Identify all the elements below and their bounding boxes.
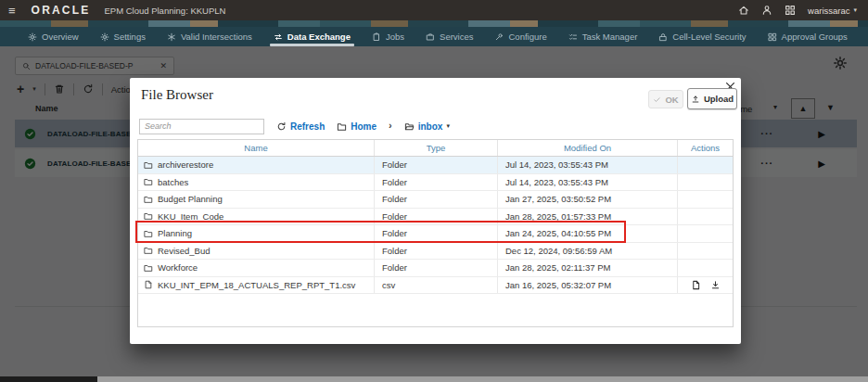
gear-icon (100, 32, 109, 42)
breadcrumb-home[interactable]: Home (337, 121, 377, 132)
column-header-name[interactable]: Name (138, 140, 375, 156)
file-type-cell: Folder (375, 243, 498, 260)
file-actions-cell (678, 157, 733, 173)
nav-tab-jobs[interactable]: Jobs (368, 27, 408, 46)
column-header-type[interactable]: Type (375, 140, 498, 156)
nav-tab-label: Configure (508, 32, 546, 42)
file-row[interactable]: PlanningFolderJan 24, 2025, 04:10:55 PM (138, 225, 733, 243)
file-actions-cell (678, 243, 733, 260)
folder-icon (144, 160, 153, 170)
file-icon (691, 280, 701, 290)
file-actions-cell (678, 209, 733, 225)
nav-tab-configure[interactable]: Configure (491, 27, 550, 46)
upload-button[interactable]: Upload (687, 88, 737, 109)
folder-icon (144, 211, 153, 221)
dialog-title: File Browser (141, 87, 213, 103)
download-icon (710, 280, 721, 290)
refresh-icon (276, 121, 287, 132)
file-name: KKU_INT_EPM_18_ACTUALS_REP_RPT_T1.csv (158, 280, 355, 290)
file-actions-cell (678, 277, 733, 294)
nav-tab-data-exchange[interactable]: Data Exchange (270, 27, 354, 46)
file-browser-dialog: File Browser OK Upload Refresh Home › in… (130, 78, 741, 344)
folder-open-icon (404, 121, 415, 132)
file-table: Name Type Modified On Actions archiveres… (137, 139, 734, 327)
nav-tab-label: Settings (114, 32, 146, 42)
nav-tab-label: Cell-Level Security (672, 32, 746, 42)
box-icon (426, 32, 435, 42)
chevron-right-icon: › (389, 120, 392, 131)
file-name-cell: Budget Planning (138, 191, 375, 208)
nav-tab-task-manager[interactable]: Task Manager (565, 27, 642, 46)
nav-tab-approval-groups[interactable]: Approval Groups (764, 27, 851, 46)
nav-tab-settings[interactable]: Settings (96, 27, 149, 46)
file-row[interactable]: archiverestoreFolderJul 14, 2023, 03:55:… (138, 157, 733, 174)
refresh-label: Refresh (290, 121, 325, 132)
gear-icon (28, 32, 37, 42)
file-actions-cell (678, 225, 733, 242)
home-icon (738, 5, 749, 16)
file-row[interactable]: Budget PlanningFolderJan 27, 2025, 03:50… (138, 191, 733, 209)
chevron-down-icon: ▾ (446, 122, 450, 130)
nav-tab-label: Jobs (386, 32, 404, 42)
bottom-strip-light (97, 376, 868, 382)
bottom-strip (0, 376, 868, 382)
file-row[interactable]: KKU_Item_CodeFolderJan 28, 2025, 01:57:3… (138, 209, 733, 226)
folder-icon (144, 177, 153, 186)
file-name-cell: Planning (138, 225, 375, 242)
file-modified-cell: Dec 12, 2024, 09:56:59 AM (498, 243, 678, 260)
file-modified-cell: Jan 24, 2025, 04:10:55 PM (498, 225, 678, 242)
nav-tab-cell-level-security[interactable]: Cell-Level Security (655, 27, 749, 46)
file-name-cell: archiverestore (138, 157, 375, 173)
home-icon[interactable] (738, 5, 749, 16)
download-file-button[interactable] (710, 280, 721, 290)
file-modified-cell: Jan 28, 2025, 02:11:37 PM (498, 260, 678, 276)
file-name-cell: Revised_Bud (138, 243, 375, 260)
file-row[interactable]: batchesFolderJul 14, 2023, 03:55:43 PM (138, 174, 733, 192)
ok-label: OK (665, 95, 678, 105)
file-name-cell: KKU_Item_Code (138, 209, 375, 225)
breadcrumb-current-folder[interactable]: inbox ▾ (404, 121, 450, 132)
checklist-icon (568, 32, 578, 42)
folder-icon (144, 263, 153, 273)
preview-file-button[interactable] (691, 280, 701, 290)
column-header-modified[interactable]: Modified On (498, 140, 678, 156)
file-name: Budget Planning (158, 194, 223, 204)
app-grid-icon[interactable] (785, 5, 796, 16)
oracle-logo: ORACLE (32, 4, 91, 17)
nav-tab-valid-intersections[interactable]: Valid Intersections (163, 27, 256, 46)
user-assist-icon[interactable] (761, 5, 772, 16)
upload-icon (691, 95, 700, 104)
swap-icon (274, 32, 283, 42)
file-row[interactable]: WorkforceFolderJan 28, 2025, 02:11:37 PM (138, 260, 733, 277)
topbar-actions: warissarac ▾ (738, 5, 857, 16)
refresh-icon (276, 121, 287, 132)
file-modified-cell: Jan 27, 2025, 03:50:52 PM (498, 191, 678, 208)
file-table-body: archiverestoreFolderJul 14, 2023, 03:55:… (138, 157, 733, 294)
file-type-cell: csv (375, 277, 498, 294)
ok-button[interactable]: OK (648, 90, 683, 108)
folder-icon (337, 121, 347, 132)
home-label: Home (351, 121, 377, 132)
lock-icon (658, 32, 668, 42)
folder-open-icon (404, 121, 415, 132)
user-menu[interactable]: warissarac ▾ (808, 6, 857, 16)
nav-tab-services[interactable]: Services (422, 27, 477, 46)
nav-tab-label: Data Exchange (287, 32, 351, 42)
file-search-input[interactable] (139, 119, 264, 134)
waffle-icon (768, 32, 777, 42)
username: warissarac (808, 6, 849, 16)
file-type-cell: Folder (375, 209, 498, 225)
column-header-actions[interactable]: Actions (678, 140, 733, 156)
file-name: Planning (158, 228, 192, 238)
refresh-link[interactable]: Refresh (276, 121, 325, 132)
file-name-cell: batches (138, 174, 375, 191)
file-name: archiverestore (158, 159, 213, 170)
clipboard-icon (372, 32, 381, 42)
file-row[interactable]: KKU_INT_EPM_18_ACTUALS_REP_RPT_T1.csvcsv… (138, 277, 733, 295)
hamburger-menu-icon[interactable]: ≡ (8, 5, 16, 17)
file-icon (144, 280, 153, 289)
file-row[interactable]: Revised_BudFolderDec 12, 2024, 09:56:59 … (138, 243, 733, 261)
file-actions-cell (678, 260, 733, 276)
nav-tab-overview[interactable]: Overview (24, 27, 83, 46)
folder-icon (144, 246, 153, 255)
